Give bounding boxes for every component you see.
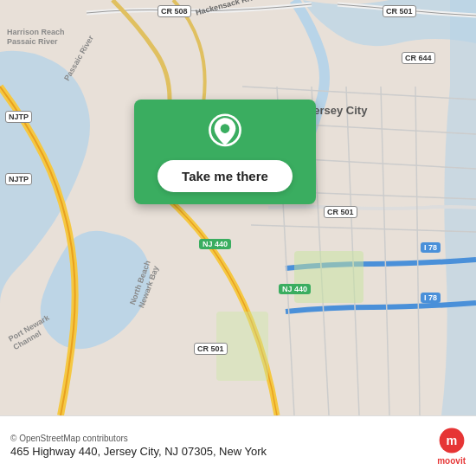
- map-svg: [0, 0, 476, 415]
- bottom-bar: © OpenStreetMap contributors 465 Highway…: [0, 415, 476, 476]
- popup-card: Take me there: [134, 100, 316, 204]
- osm-credit-text: © OpenStreetMap contributors: [10, 434, 428, 443]
- pin-icon: [206, 113, 244, 151]
- svg-point-15: [221, 124, 230, 133]
- address-text: 465 Highway 440, Jersey City, NJ 07305, …: [10, 445, 428, 460]
- take-me-there-button[interactable]: Take me there: [158, 160, 293, 192]
- svg-text:m: m: [446, 434, 457, 447]
- svg-rect-12: [216, 312, 268, 381]
- moovit-label: moovit: [437, 456, 466, 466]
- map-container: Harrison Reach Passaic River Passaic Riv…: [0, 0, 476, 415]
- osm-credit: © OpenStreetMap contributors 465 Highway…: [10, 434, 428, 460]
- svg-rect-11: [294, 251, 363, 303]
- moovit-icon: m: [438, 427, 466, 454]
- moovit-logo: m moovit: [437, 427, 466, 466]
